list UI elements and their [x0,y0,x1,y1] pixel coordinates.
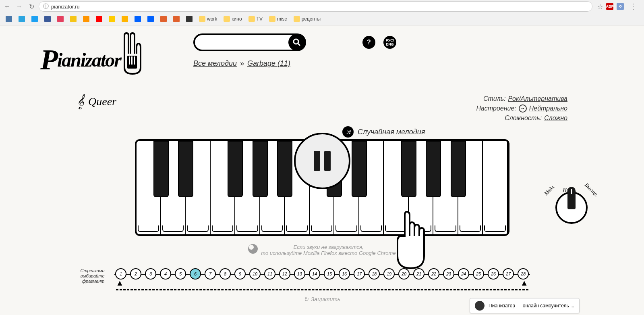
help-button[interactable]: ? [362,36,375,49]
svg-line-5 [298,44,300,46]
fragment-26[interactable]: 26 [488,268,499,280]
bookmark-item[interactable] [184,15,195,23]
black-key[interactable] [178,141,193,197]
arrow-right-icon[interactable]: ▲ [520,278,528,288]
tempo-fast-label: Быстр. [583,182,600,198]
fragment-2[interactable]: 2 [130,268,141,280]
fragment-7[interactable]: 7 [205,268,216,280]
fragment-selector: 1234567891011121314151617181920212223242… [109,268,536,280]
fragment-16[interactable]: 16 [339,268,350,280]
black-key[interactable] [401,141,416,197]
fragment-6[interactable]: 6 [190,268,201,280]
breadcrumb: Все мелодии » Garbage (11) [193,59,604,68]
bookmark-folder[interactable]: кино [221,15,244,23]
difficulty-label: Сложность: [505,113,542,123]
black-key[interactable] [153,141,169,197]
black-key[interactable] [426,141,441,197]
black-key[interactable] [352,141,367,197]
fragment-25[interactable]: 25 [473,268,484,280]
forward-button[interactable]: → [14,2,24,11]
breadcrumb-artist[interactable]: Garbage (11) [247,59,290,68]
fragment-27[interactable]: 27 [503,268,514,280]
browser-hint: Если звуки не загружаются, то используйт… [0,244,644,256]
bookmark-folder[interactable]: рецепты [291,15,323,23]
search-input[interactable] [195,39,288,46]
bookmark-item[interactable] [93,15,105,23]
fragment-17[interactable]: 17 [354,268,365,280]
difficulty-link[interactable]: Сложно [544,113,567,123]
browser-chrome: ← → ↻ ⓘ pianizator.ru ☆ ABP ⟲ ⋮ workкино… [0,0,644,25]
bookmark-item[interactable] [3,15,14,23]
language-button[interactable]: РУС/ENG [383,36,396,49]
breadcrumb-all[interactable]: Все мелодии [193,59,237,68]
bookmark-item[interactable] [81,15,92,23]
black-key[interactable] [228,141,243,197]
arrow-left-icon[interactable]: ▲ [116,278,124,288]
fragment-11[interactable]: 11 [264,268,275,280]
bookmark-item[interactable] [68,15,79,23]
fragment-18[interactable]: 18 [369,268,380,280]
avatar-icon [475,301,485,311]
svg-rect-3 [134,56,135,65]
fragment-23[interactable]: 23 [443,268,454,280]
fragment-15[interactable]: 15 [324,268,335,280]
black-key[interactable] [277,141,292,197]
bookmark-item[interactable] [106,15,118,23]
fragment-28[interactable]: 28 [518,268,529,280]
breadcrumb-separator: » [240,59,244,68]
bookmark-item[interactable] [145,15,156,23]
fragment-22[interactable]: 22 [428,268,439,280]
fragment-13[interactable]: 13 [294,268,305,280]
fragment-3[interactable]: 3 [145,268,156,280]
play-pause-button[interactable] [294,133,350,189]
bookmark-item[interactable] [16,15,27,23]
bookmark-folder[interactable]: misc [267,15,290,23]
star-icon[interactable]: ☆ [597,3,603,10]
fragment-14[interactable]: 14 [309,268,320,280]
bookmark-folder[interactable]: TV [246,15,265,23]
bookmark-item[interactable] [42,15,53,23]
search-box [193,33,306,51]
extension-icon[interactable]: ⟲ [617,3,624,10]
back-button[interactable]: ← [2,2,12,11]
reload-button[interactable]: ↻ [27,2,36,11]
page-content: PPianizatorianizator [0,25,644,315]
white-key[interactable] [483,141,507,234]
vk-widget[interactable]: Пианизатор — онлайн самоучитель ... [470,298,580,313]
style-label: Стиль: [483,94,506,104]
mood-link[interactable]: Нейтрально [529,104,567,113]
info-icon: ⓘ [43,3,49,10]
random-melody[interactable]: ⤭ Случайная мелодия [342,126,425,138]
fragment-1[interactable]: 1 [115,268,126,280]
search-button[interactable] [288,34,305,51]
bookmark-item[interactable] [132,15,143,23]
bookmark-item[interactable] [55,15,66,23]
menu-button[interactable]: ⋮ [627,2,639,11]
logo[interactable]: PPianizatorianizator [40,33,177,86]
style-link[interactable]: Рок/Альтернатива [508,94,567,104]
bookmark-item[interactable] [119,15,130,23]
fragment-12[interactable]: 12 [279,268,290,280]
bookmarks-bar: workкиноTVmiscрецепты [0,13,644,25]
fragment-4[interactable]: 4 [160,268,171,280]
bookmark-folder[interactable]: work [197,15,219,23]
hand-cursor-icon [393,208,429,274]
svg-point-4 [294,39,298,44]
bookmark-item[interactable] [158,15,169,23]
fragment-hint: Стрелками выбирайте фрагмент [68,268,105,284]
svg-rect-1 [129,56,130,65]
fragment-24[interactable]: 24 [458,268,469,280]
dial-pointer[interactable] [567,187,576,209]
fragment-8[interactable]: 8 [219,268,231,280]
fragment-9[interactable]: 9 [234,268,246,280]
black-key[interactable] [451,141,466,197]
bookmark-item[interactable] [171,15,182,23]
black-key[interactable] [253,141,268,197]
tempo-dial[interactable]: Медл. Норм. Быстр. [543,187,600,226]
fragment-5[interactable]: 5 [175,268,186,280]
treble-clef-icon: 𝄞 [77,94,84,109]
address-bar[interactable]: ⓘ pianizator.ru [39,1,592,12]
fragment-10[interactable]: 10 [249,268,261,280]
adblock-icon[interactable]: ABP [606,3,613,10]
bookmark-item[interactable] [29,15,40,23]
